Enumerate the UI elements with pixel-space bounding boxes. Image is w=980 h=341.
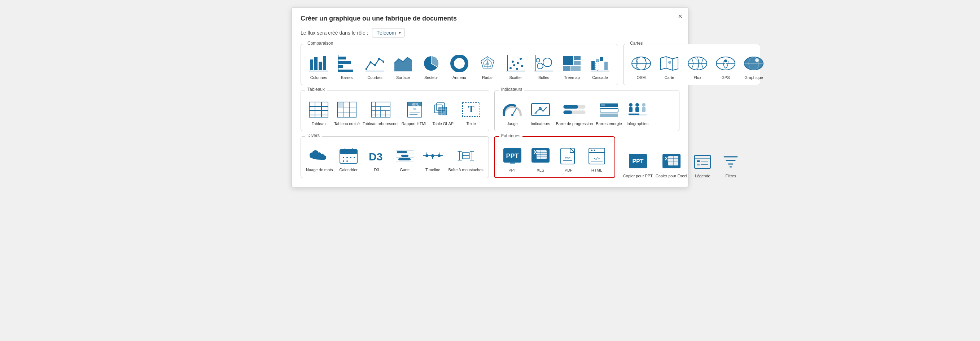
- svg-rect-118: [629, 107, 633, 112]
- chart-item-colonnes[interactable]: Colonnes: [306, 53, 331, 80]
- barres-label: Barres: [341, 75, 353, 80]
- gps-label: GPS: [721, 75, 730, 80]
- chart-item-rapport-html[interactable]: .HTML <> Rapport HTML: [402, 99, 428, 126]
- copier-excel-label: Copier pour Excel: [655, 174, 687, 178]
- colonnes-label: Colonnes: [310, 75, 327, 80]
- chart-item-barres[interactable]: Barres: [334, 53, 360, 80]
- svg-rect-6: [338, 61, 351, 64]
- calendrier-icon: [336, 145, 361, 166]
- rapport-html-icon: .HTML <>: [402, 99, 427, 120]
- ppt-icon: PPT: [500, 146, 525, 167]
- chart-item-infographies[interactable]: Infographies: [625, 99, 650, 126]
- d3-label: D3: [374, 168, 379, 172]
- svg-rect-115: [600, 114, 618, 117]
- chart-item-bulles[interactable]: Bulles: [531, 53, 557, 80]
- svg-rect-110: [563, 105, 578, 108]
- chart-item-calendrier[interactable]: Calendrier: [336, 145, 361, 172]
- chart-item-copier-excel[interactable]: X Copier pour Excel: [655, 151, 687, 178]
- svg-rect-46: [574, 61, 581, 65]
- svg-point-145: [425, 154, 428, 157]
- chart-item-boite-moustaches[interactable]: Boîte à moustaches: [449, 145, 484, 172]
- svg-point-13: [378, 58, 380, 60]
- chart-item-secteur[interactable]: Secteur: [418, 53, 444, 80]
- chart-item-d3[interactable]: D3 D3: [364, 145, 389, 172]
- chart-item-legende[interactable]: Légende: [690, 151, 715, 178]
- chart-item-html[interactable]: </> HTML: [584, 146, 609, 172]
- svg-point-132: [350, 157, 352, 158]
- chart-item-radar[interactable]: Radar: [475, 53, 500, 80]
- chart-item-nuage-mots[interactable]: Nuage de mots: [306, 145, 333, 172]
- jauge-label: Jauge: [507, 122, 518, 126]
- chart-item-gps[interactable]: GPS: [713, 53, 738, 80]
- chart-item-anneau[interactable]: Anneau: [447, 53, 472, 80]
- section-fabriques: Fabriques PPT PPT: [494, 136, 615, 178]
- svg-rect-47: [563, 66, 570, 71]
- chart-item-surface[interactable]: Surface: [390, 53, 416, 80]
- chart-item-texte[interactable]: T Texte: [458, 99, 484, 126]
- svg-rect-5: [338, 57, 346, 59]
- courbes-icon: [363, 53, 387, 74]
- xls-label: XLS: [536, 168, 544, 172]
- gps-icon: [713, 53, 738, 74]
- chart-item-barre-progression[interactable]: Barre de progression: [556, 99, 593, 126]
- chart-item-osm[interactable]: OSM: [628, 53, 654, 80]
- section-comparaison: Comparaison Colo: [301, 44, 618, 85]
- chart-item-barres-energie[interactable]: Barres energie: [596, 99, 622, 126]
- chart-item-copier-ppt[interactable]: PPT Copier pour PPT: [623, 151, 653, 178]
- close-button[interactable]: ×: [678, 13, 682, 20]
- gantt-icon: [393, 145, 417, 166]
- tableau-croise-icon: [334, 99, 359, 120]
- section-indicateurs: Indicateurs Jauge: [494, 90, 679, 131]
- chart-item-xls[interactable]: X XLS: [528, 146, 553, 172]
- svg-point-60: [668, 61, 671, 64]
- filtres-label: Filtres: [725, 174, 736, 178]
- svg-point-66: [725, 63, 726, 64]
- svg-point-36: [516, 68, 518, 70]
- chart-item-pdf[interactable]: PDF PDF: [556, 146, 581, 172]
- boite-moustaches-icon: [453, 145, 478, 166]
- svg-rect-49: [592, 61, 595, 70]
- chart-item-treemap[interactable]: Treemap: [559, 53, 584, 80]
- chart-item-tableau[interactable]: Tableau: [306, 99, 331, 126]
- svg-text:PPT: PPT: [506, 152, 519, 160]
- osm-icon: [629, 53, 654, 74]
- svg-rect-53: [605, 62, 608, 70]
- chart-item-jauge[interactable]: Jauge: [500, 99, 525, 126]
- chart-item-flux[interactable]: Flux: [685, 53, 710, 80]
- svg-text:T: T: [468, 104, 474, 114]
- svg-point-117: [629, 103, 633, 107]
- sections-grid: Comparaison Colo: [301, 44, 679, 178]
- svg-rect-188: [697, 160, 700, 162]
- svg-point-39: [537, 63, 543, 69]
- legende-label: Légende: [695, 174, 711, 178]
- chart-item-carte[interactable]: Carte: [657, 53, 682, 80]
- pdf-icon: PDF: [557, 146, 581, 167]
- barre-progression-icon: [562, 99, 587, 120]
- flux-icon: [685, 53, 710, 74]
- chart-item-timeline[interactable]: Timeline: [420, 145, 445, 172]
- cartes-items: OSM Carte: [628, 53, 755, 80]
- rapport-html-label: Rapport HTML: [402, 122, 428, 126]
- chart-item-ppt[interactable]: PPT PPT: [500, 146, 525, 172]
- chart-item-courbes[interactable]: Courbes: [362, 53, 388, 80]
- fabriques-items: PPT PPT X: [500, 146, 609, 172]
- flux-label: Flux: [694, 75, 702, 80]
- chart-item-filtres[interactable]: Filtres: [718, 151, 743, 178]
- infographies-label: Infographies: [627, 122, 648, 126]
- chart-item-graphique-cartes[interactable]: Graphique: [741, 53, 767, 80]
- chart-item-gantt[interactable]: Gantt: [392, 145, 417, 172]
- chart-item-scatter[interactable]: Scatter: [503, 53, 528, 80]
- role-select[interactable]: Télécom ▾: [372, 28, 405, 38]
- dialog-title: Créer un graphique ou une fabrique de do…: [301, 15, 679, 22]
- svg-point-119: [635, 103, 639, 107]
- chart-item-tableau-arborescent[interactable]: Tableau arborescent: [363, 99, 399, 126]
- texte-icon: T: [459, 99, 484, 120]
- radar-icon: [475, 53, 500, 74]
- chart-item-cascade[interactable]: Cascade: [587, 53, 612, 80]
- chart-item-indicateurs[interactable]: Indicateurs: [528, 99, 553, 126]
- radar-label: Radar: [482, 75, 493, 80]
- pdf-label: PDF: [565, 168, 573, 172]
- chart-item-table-olap[interactable]: Table OLAP: [431, 99, 456, 126]
- barres-icon: [334, 53, 359, 74]
- chart-item-tableau-croise[interactable]: Tableau croisé: [334, 99, 360, 126]
